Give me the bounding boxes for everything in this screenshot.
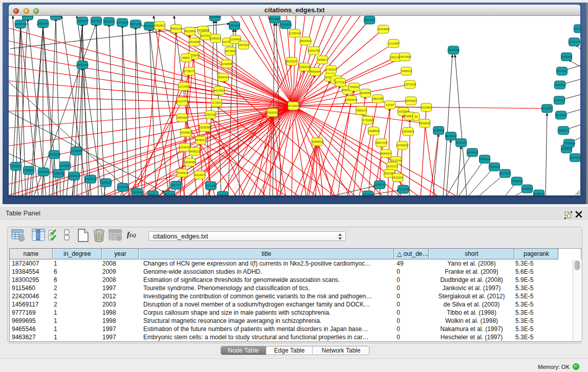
svg-text:9777169: 9777169 <box>335 81 345 84</box>
svg-text:19384554: 19384554 <box>311 140 323 143</box>
svg-text:15692971: 15692971 <box>557 129 570 132</box>
svg-text:16033809: 16033809 <box>209 16 221 18</box>
svg-text:12093822: 12093822 <box>554 83 566 86</box>
svg-text:1156829: 1156829 <box>23 169 34 172</box>
svg-text:10648784: 10648784 <box>447 49 460 52</box>
svg-text:12213363: 12213363 <box>178 85 190 88</box>
svg-text:3875685: 3875685 <box>225 50 235 53</box>
svg-text:62160: 62160 <box>386 103 394 106</box>
svg-text:9222341: 9222341 <box>362 193 373 195</box>
svg-text:16154838: 16154838 <box>377 28 389 31</box>
svg-text:1903319: 1903319 <box>22 16 33 17</box>
svg-text:6794028: 6794028 <box>325 68 336 71</box>
svg-text:10975857: 10975857 <box>59 164 71 167</box>
svg-text:15751074: 15751074 <box>568 40 580 43</box>
svg-text:10958127: 10958127 <box>100 181 112 184</box>
svg-text:6466160: 6466160 <box>103 20 114 23</box>
svg-text:7632621: 7632621 <box>489 165 499 168</box>
svg-text:98961: 98961 <box>182 56 190 59</box>
svg-text:417004: 417004 <box>212 101 221 104</box>
svg-text:12213967: 12213967 <box>387 42 400 45</box>
svg-text:20206536: 20206536 <box>48 153 60 156</box>
svg-text:17016504: 17016504 <box>563 142 575 145</box>
svg-text:8811354: 8811354 <box>164 193 175 195</box>
svg-text:18640910: 18640910 <box>299 39 312 42</box>
svg-text:10807487: 10807487 <box>372 97 384 100</box>
svg-text:2523154: 2523154 <box>392 176 403 179</box>
svg-text:13535394: 13535394 <box>199 126 211 129</box>
svg-text:16961758: 16961758 <box>308 49 320 52</box>
svg-text:8938923: 8938923 <box>445 135 456 138</box>
svg-text:29053346: 29053346 <box>76 63 89 67</box>
svg-text:16210643: 16210643 <box>555 114 567 117</box>
svg-text:8878332: 8878332 <box>195 139 206 142</box>
svg-text:9084067: 9084067 <box>380 152 391 155</box>
svg-text:17359928: 17359928 <box>70 149 82 152</box>
svg-text:12975115: 12975115 <box>404 83 416 86</box>
svg-text:8813054: 8813054 <box>269 17 280 20</box>
svg-text:8427552: 8427552 <box>213 89 224 92</box>
svg-text:2367608: 2367608 <box>238 43 249 47</box>
svg-text:16671355: 16671355 <box>129 23 142 26</box>
svg-text:2935114: 2935114 <box>479 158 490 161</box>
svg-text:1065741: 1065741 <box>217 194 228 195</box>
svg-text:1145194: 1145194 <box>53 172 63 175</box>
svg-text:3624554: 3624554 <box>360 92 371 95</box>
svg-text:7515526: 7515526 <box>144 25 155 28</box>
svg-text:1610755: 1610755 <box>177 100 187 103</box>
svg-text:9329966: 9329966 <box>561 55 572 58</box>
svg-text:9350121: 9350121 <box>147 193 158 195</box>
svg-text:1362615: 1362615 <box>299 65 310 69</box>
svg-text:8322037: 8322037 <box>286 60 297 63</box>
svg-text:16782759: 16782759 <box>117 186 129 189</box>
svg-text:6479197: 6479197 <box>455 141 466 144</box>
svg-text:7357224: 7357224 <box>229 24 239 27</box>
svg-text:8471676: 8471676 <box>499 172 510 175</box>
svg-text:2687682: 2687682 <box>364 18 375 21</box>
svg-text:16543382: 16543382 <box>188 40 201 43</box>
svg-text:8186323: 8186323 <box>210 37 221 40</box>
svg-text:9242848: 9242848 <box>221 62 232 65</box>
svg-text:14136141: 14136141 <box>374 183 386 186</box>
svg-text:19654952: 19654952 <box>176 116 188 119</box>
svg-text:9245103: 9245103 <box>533 192 544 195</box>
svg-text:2803144: 2803144 <box>217 76 228 79</box>
svg-text:7485063: 7485063 <box>401 70 411 73</box>
svg-text:7955812: 7955812 <box>317 58 328 61</box>
svg-text:9474444: 9474444 <box>467 151 477 154</box>
svg-text:19654923: 19654923 <box>402 130 414 133</box>
svg-text:9699695: 9699695 <box>419 122 430 125</box>
svg-text:5716485: 5716485 <box>205 184 216 187</box>
svg-text:14055724: 14055724 <box>14 23 27 26</box>
svg-text:10654112: 10654112 <box>511 180 523 183</box>
svg-text:10653267: 10653267 <box>76 19 89 23</box>
svg-text:18463627: 18463627 <box>405 99 417 102</box>
svg-text:10973493: 10973493 <box>399 55 411 58</box>
svg-text:3498222: 3498222 <box>189 150 200 153</box>
svg-text:7663822: 7663822 <box>154 24 165 27</box>
svg-text:25300293: 25300293 <box>266 111 278 114</box>
svg-text:7986372: 7986372 <box>356 109 366 112</box>
svg-text:12942757: 12942757 <box>37 170 50 173</box>
svg-text:9227342: 9227342 <box>556 70 567 73</box>
svg-text:1244415: 1244415 <box>554 99 564 102</box>
svg-text:13218506: 13218506 <box>279 23 292 26</box>
svg-text:10719134: 10719134 <box>116 21 128 24</box>
svg-text:12505135: 12505135 <box>68 174 80 178</box>
svg-text:12923446: 12923446 <box>131 191 143 194</box>
svg-text:8960124: 8960124 <box>170 27 181 30</box>
svg-text:15720407: 15720407 <box>361 119 374 122</box>
svg-text:8215955: 8215955 <box>541 107 552 110</box>
svg-text:11325419: 11325419 <box>289 32 301 35</box>
svg-text:1112954: 1112954 <box>574 27 580 30</box>
svg-text:16120746: 16120746 <box>390 159 402 162</box>
svg-text:17957225: 17957225 <box>84 178 97 181</box>
svg-text:9245652: 9245652 <box>521 187 532 190</box>
svg-text:2065532: 2065532 <box>50 16 61 17</box>
svg-text:8912954: 8912954 <box>184 30 195 33</box>
svg-text:17133426: 17133426 <box>397 188 409 191</box>
svg-text:18724007: 18724007 <box>287 104 299 107</box>
svg-text:20691406: 20691406 <box>37 22 49 25</box>
svg-text:64: 64 <box>415 115 418 118</box>
svg-text:9457771: 9457771 <box>170 184 181 187</box>
